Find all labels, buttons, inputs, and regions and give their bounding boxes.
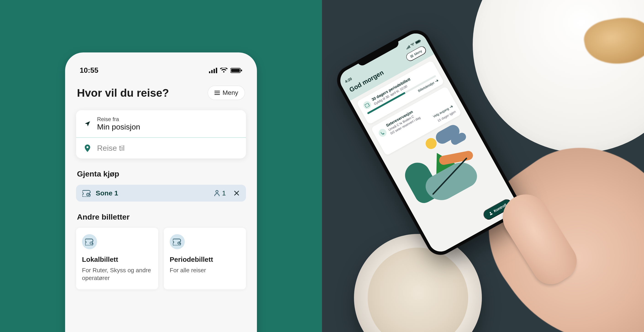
repeat-purchase-chip[interactable]: Sone 1 1 — [76, 185, 246, 202]
journey-to-placeholder: Reise til — [97, 144, 125, 153]
passenger-count: 1 — [214, 189, 226, 197]
arrow-right-icon — [449, 105, 453, 109]
ticket-title: Periodebillett — [170, 256, 240, 263]
period-ticket-icon — [170, 234, 185, 249]
local-ticket-icon — [82, 234, 97, 249]
ticket-card-period[interactable]: Periodebillett For alle reiser — [164, 228, 246, 289]
journey-from-label: Reise fra — [97, 116, 140, 123]
hamburger-icon — [214, 91, 220, 95]
status-time: 4:20 — [344, 77, 353, 84]
repeat-section-title: Gjenta kjøp — [77, 169, 245, 178]
wifi-icon — [410, 43, 415, 47]
location-arrow-icon — [84, 120, 91, 127]
journey-to-row[interactable]: Reise til — [76, 138, 246, 159]
heading-row: Hvor vil du reise? Meny — [76, 81, 246, 110]
phone-mockup-left: 10:55 Hvor vil du reise? Meny Reise f — [65, 52, 257, 332]
status-time: 10:55 — [80, 66, 98, 75]
battery-icon — [230, 68, 242, 73]
ticket-desc: For Ruter, Skyss og andre operatører — [82, 267, 152, 282]
svg-rect-5 — [231, 69, 240, 72]
cellular-icon — [209, 68, 217, 73]
ticket-card-local[interactable]: Lokalbillett For Ruter, Skyss og andre o… — [76, 228, 158, 289]
svg-rect-15 — [407, 47, 408, 49]
ticket-icon — [362, 100, 372, 110]
svg-rect-7 — [214, 91, 220, 91]
journey-from-row[interactable]: Reise fra Min posisjon — [76, 110, 246, 138]
arrow-right-icon — [435, 79, 439, 83]
coffee-cup-prop — [354, 234, 482, 332]
statusbar: 10:55 — [76, 66, 246, 81]
wifi-icon — [220, 68, 228, 73]
svg-point-11 — [216, 190, 218, 193]
svg-rect-1 — [211, 70, 212, 73]
svg-rect-2 — [214, 69, 215, 73]
svg-rect-0 — [209, 71, 210, 73]
status-icons — [209, 68, 242, 73]
page-title: Hvor vil du reise? — [77, 87, 169, 99]
person-icon — [214, 190, 220, 196]
other-tickets-title: Andre billetter — [77, 212, 245, 221]
card-link-label: Billettdetaljer — [417, 81, 435, 93]
journey-from-value: Min posisjon — [97, 123, 140, 131]
menu-button[interactable]: Meny — [208, 86, 245, 100]
repeat-zone-label: Sone 1 — [96, 189, 118, 197]
ticket-grid: Lokalbillett For Ruter, Skyss og andre o… — [76, 228, 246, 289]
svg-rect-3 — [216, 68, 217, 73]
menu-label: Meny — [414, 49, 423, 56]
inspector-icon — [488, 210, 493, 216]
journey-card: Reise fra Min posisjon Reise til — [76, 110, 246, 159]
photo-background: 4:20 God morgen Meny — [322, 0, 644, 332]
battery-icon — [415, 39, 422, 44]
ticket-desc: For alle reiser — [170, 267, 240, 274]
cellular-icon — [406, 45, 410, 49]
close-icon[interactable] — [234, 190, 240, 196]
passenger-count-value: 1 — [222, 189, 226, 197]
svg-rect-6 — [241, 70, 242, 71]
svg-rect-14 — [406, 48, 408, 49]
right-panel: 4:20 God morgen Meny — [322, 0, 644, 332]
left-panel: 10:55 Hvor vil du reise? Meny Reise f — [0, 0, 322, 332]
ticket-title: Lokalbillett — [82, 256, 152, 263]
seat-icon — [377, 128, 388, 138]
svg-point-12 — [90, 242, 92, 244]
svg-rect-8 — [214, 93, 220, 93]
map-pin-icon — [84, 144, 90, 152]
hamburger-icon — [410, 54, 414, 58]
ticket-icon — [82, 189, 91, 197]
menu-label: Meny — [223, 89, 238, 96]
svg-rect-9 — [214, 94, 220, 95]
svg-point-24 — [490, 212, 491, 214]
